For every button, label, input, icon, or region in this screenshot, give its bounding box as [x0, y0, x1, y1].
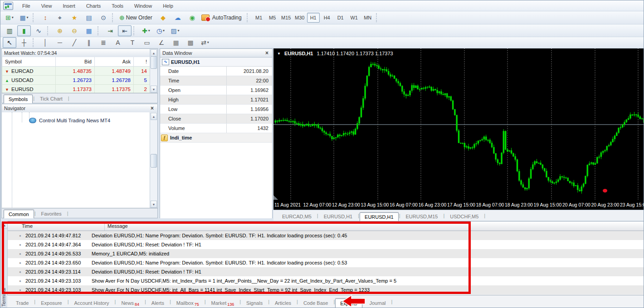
menu-view[interactable]: View — [36, 2, 58, 10]
menu-window[interactable]: Window — [129, 2, 157, 10]
chart-tab-eurusd-h1[interactable]: EURUSD,H1 — [360, 212, 399, 221]
community-button[interactable]: ☁ — [171, 12, 185, 23]
signals-button[interactable]: ◉ — [185, 12, 199, 23]
templates-button[interactable]: ▨▾ — [168, 25, 182, 36]
vertical-line-tool[interactable]: │ — [39, 37, 52, 48]
fibonacci-tool[interactable]: ≣ — [97, 37, 110, 48]
scroll-up-icon[interactable]: ▲ — [151, 49, 157, 57]
dropdown-caret-icon[interactable]: ▾ — [178, 29, 180, 33]
market-watch-titlebar[interactable]: Market Watch: 07:54:34 × — [2, 49, 157, 58]
tab-journal[interactable]: Journal — [364, 298, 390, 308]
menu-insert[interactable]: Insert — [57, 2, 81, 10]
tab-common[interactable]: Common — [4, 210, 34, 218]
new-order-button[interactable]: ⊕New Order — [118, 12, 156, 23]
data-window-titlebar[interactable]: Data Window × — [160, 49, 272, 58]
tab-exposure[interactable]: Exposure — [36, 298, 67, 308]
text-tool[interactable]: A — [111, 37, 125, 48]
scroll-up-icon[interactable]: ▲ — [151, 113, 157, 120]
chart-shift-button[interactable]: ⇤ — [118, 25, 132, 36]
zoom-out-button[interactable]: ⊖ — [68, 25, 81, 36]
cursor-tool[interactable]: ↖ — [3, 37, 16, 48]
timeframe-m30[interactable]: M30 — [293, 13, 306, 23]
strategy-tester-toggle[interactable]: ⊙ — [97, 12, 110, 23]
terminal-log-row[interactable]: ●2021.09.24 14:49:26.533Memory_1 EURCAD,… — [7, 249, 644, 258]
dropdown-triangle-icon[interactable]: ▼ — [277, 52, 281, 56]
arrows-tool[interactable]: ⇄▾ — [198, 37, 212, 48]
scroll-up-icon[interactable]: ▲ — [1, 222, 8, 228]
dropdown-caret-icon[interactable]: ▾ — [163, 29, 165, 33]
chart-tab-eurusd-m15[interactable]: EURUSD,M15 — [401, 212, 443, 221]
new-chart-button[interactable]: ⊞▾ — [3, 12, 16, 23]
autotrading-button[interactable]: AutoTrading — [200, 12, 245, 23]
market-watch-toggle[interactable]: ↕ — [39, 12, 52, 23]
timeframe-m5[interactable]: M5 — [266, 13, 279, 23]
tab-alerts[interactable]: Alerts — [146, 298, 169, 308]
channel-tool[interactable]: ∥ — [82, 37, 96, 48]
periods-button[interactable]: ◷▾ — [154, 25, 167, 36]
profiles-button[interactable]: ▦▾ — [17, 12, 31, 23]
timeframe-m15[interactable]: M15 — [280, 13, 293, 23]
timeframe-h4[interactable]: H4 — [321, 13, 333, 23]
data-window-toggle[interactable]: ⌖ — [53, 12, 67, 23]
terminal-log-row[interactable]: ●2021.09.24 14:49:47.812Deviation EURUSD… — [7, 231, 644, 240]
close-icon[interactable]: × — [149, 105, 155, 111]
navigator-item-expert[interactable]: Control Multi Trading News MT4 — [29, 118, 110, 123]
line-chart-button[interactable]: ∿ — [32, 25, 45, 36]
menu-tools[interactable]: Tools — [106, 2, 129, 10]
column-header-spread[interactable]: ! — [134, 57, 150, 67]
tab-articles[interactable]: Articles — [270, 298, 296, 308]
tab-trade[interactable]: Trade — [11, 298, 34, 308]
tab-experts[interactable]: Experts — [335, 298, 362, 308]
timeframe-w1[interactable]: W1 — [348, 13, 361, 23]
hatch-tool[interactable]: ▩ — [184, 37, 197, 48]
tab-symbols[interactable]: Symbols — [4, 95, 33, 103]
indicators-button[interactable]: ✚▾ — [139, 25, 153, 36]
navigator-toggle[interactable]: ★ — [68, 12, 81, 23]
dropdown-caret-icon[interactable]: ▾ — [148, 29, 150, 33]
tab-account-history[interactable]: Account History — [69, 298, 114, 308]
column-header-symbol[interactable]: Symbol — [2, 57, 56, 67]
gann-tool[interactable]: ∠ — [155, 37, 168, 48]
metaeditor-button[interactable]: ◆ — [156, 12, 170, 23]
market-watch-scrollbar[interactable]: ▲ ▼ — [150, 49, 157, 93]
tile-windows-button[interactable]: ▦ — [82, 25, 96, 36]
horizontal-line-tool[interactable]: ─ — [53, 37, 67, 48]
tab-news[interactable]: News84 — [116, 298, 144, 308]
terminal-log-row[interactable]: ●2021.09.24 14:49:23.650Deviation EURUSD… — [7, 258, 644, 267]
auto-scroll-button[interactable]: ⇥ — [103, 25, 117, 36]
tab-mailbox[interactable]: Mailbox75 — [171, 298, 204, 308]
terminal-log-row[interactable]: ●2021.09.24 14:49:47.364Deviation EURUSD… — [7, 240, 644, 249]
dropdown-caret-icon[interactable]: ▾ — [207, 41, 209, 44]
bar-chart-button[interactable]: ▥ — [3, 25, 16, 36]
market-watch-row[interactable]: ▲USDCAD1.267231.267285 — [2, 76, 150, 85]
app-icon[interactable] — [3, 2, 13, 10]
market-watch-row[interactable]: ▼EURUSD1.173731.173752 — [2, 85, 150, 94]
text-label-tool[interactable]: T — [126, 37, 139, 48]
navigator-scrollbar[interactable]: ▲ ▼ — [150, 112, 157, 208]
tab-favorites[interactable]: Favorites — [36, 209, 66, 218]
timeframe-h1[interactable]: H1 — [307, 13, 320, 23]
dropdown-caret-icon[interactable]: ▾ — [12, 16, 14, 19]
trendline-tool[interactable]: ╱ — [68, 37, 81, 48]
menu-charts[interactable]: Charts — [81, 2, 106, 10]
tab-tick-chart[interactable]: Tick Chart — [35, 94, 68, 103]
market-watch-row[interactable]: ▼EURCAD1.487351.4874914 — [2, 67, 150, 76]
tab-signals[interactable]: Signals — [241, 298, 268, 308]
tab-market[interactable]: Market136 — [206, 298, 239, 308]
column-header-ask[interactable]: Ask — [95, 57, 134, 67]
scroll-thumb[interactable] — [151, 154, 157, 168]
terminal-toggle[interactable]: ▤ — [82, 12, 96, 23]
zoom-in-button[interactable]: ⊕ — [53, 25, 67, 36]
navigator-titlebar[interactable]: Navigator × — [2, 104, 157, 113]
rectangle-tool[interactable]: ▭ — [140, 37, 154, 48]
scroll-thumb[interactable] — [151, 56, 157, 69]
grid-tool[interactable]: ▦ — [169, 37, 183, 48]
menu-file[interactable]: File — [17, 2, 36, 10]
chart-tab-eurcad-m5[interactable]: EURCAD,M5 — [277, 212, 317, 221]
terminal-log-row[interactable]: ●2021.09.24 14:49:23.114Deviation EURUSD… — [7, 267, 644, 276]
timeframe-mn[interactable]: MN — [361, 13, 374, 23]
scroll-down-icon[interactable]: ▼ — [151, 201, 157, 208]
timeframe-d1[interactable]: D1 — [334, 13, 347, 23]
candlestick-chart-button[interactable]: ▮ — [17, 25, 31, 36]
menu-help[interactable]: Help — [157, 2, 179, 10]
